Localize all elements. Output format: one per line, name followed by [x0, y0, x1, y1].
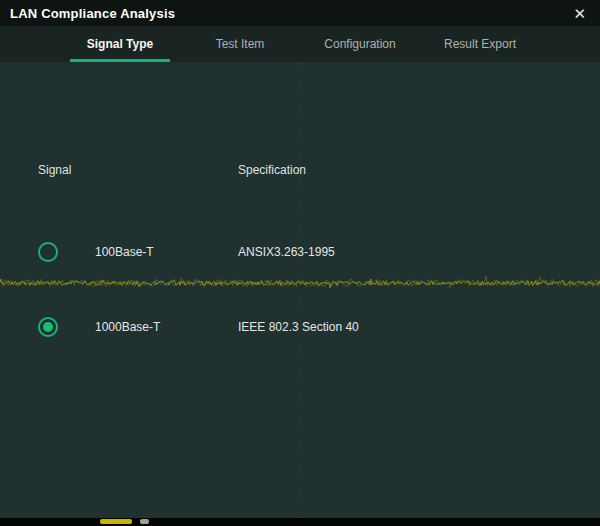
- lan-compliance-dialog: LAN Compliance Analysis ✕ Signal Type Te…: [0, 0, 600, 526]
- tab-configuration-label: Configuration: [324, 37, 395, 51]
- tab-test-item-label: Test Item: [216, 37, 265, 51]
- tab-signal-type[interactable]: Signal Type: [60, 26, 180, 62]
- table-row[interactable]: 100Base-T ANSIX3.263-1995: [0, 240, 600, 264]
- noise-trace-primary: [0, 279, 600, 288]
- bottom-yellow-indicator: [100, 519, 132, 524]
- specification-label: IEEE 802.3 Section 40: [238, 320, 600, 334]
- table-header: Signal Specification: [0, 158, 600, 182]
- tab-result-export-label: Result Export: [444, 37, 516, 51]
- radio-1000base-t[interactable]: [38, 317, 58, 337]
- window-title: LAN Compliance Analysis: [10, 6, 175, 21]
- bottom-bar: [0, 518, 600, 526]
- table-row[interactable]: 1000Base-T IEEE 802.3 Section 40: [0, 315, 600, 339]
- tab-test-item[interactable]: Test Item: [180, 26, 300, 62]
- close-icon[interactable]: ✕: [569, 4, 590, 23]
- signal-type-panel: Signal Specification 100Base-T ANSIX3.26…: [0, 62, 600, 518]
- column-header-specification: Specification: [238, 163, 600, 177]
- titlebar: LAN Compliance Analysis ✕: [0, 0, 600, 26]
- specification-label: ANSIX3.263-1995: [238, 245, 600, 259]
- radio-dot: [43, 322, 53, 332]
- bottom-grey-indicator: [140, 519, 149, 524]
- tab-signal-type-label: Signal Type: [87, 37, 153, 51]
- column-header-signal: Signal: [38, 163, 238, 177]
- waveform-trace: [0, 62, 600, 518]
- signal-label: 100Base-T: [95, 245, 238, 259]
- radio-100base-t[interactable]: [38, 242, 58, 262]
- tab-bar: Signal Type Test Item Configuration Resu…: [0, 26, 600, 62]
- tab-configuration[interactable]: Configuration: [300, 26, 420, 62]
- radio-dot: [43, 247, 53, 257]
- noise-trace-fuzz: [0, 276, 600, 288]
- tab-result-export[interactable]: Result Export: [420, 26, 540, 62]
- signal-label: 1000Base-T: [95, 320, 238, 334]
